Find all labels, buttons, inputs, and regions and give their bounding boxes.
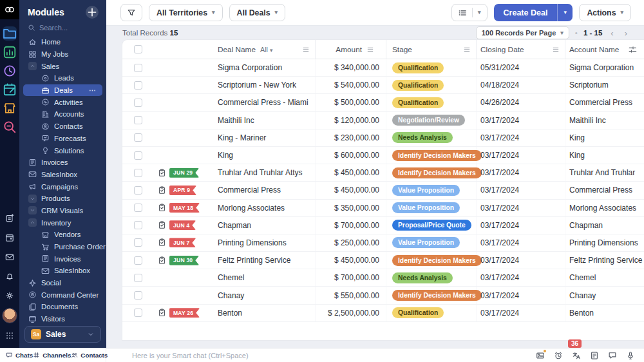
table-row[interactable]: King - Mariner$ 230,000.00Needs Analysis… <box>122 129 644 147</box>
translate-icon[interactable] <box>572 351 581 360</box>
folder-icon[interactable] <box>3 26 17 41</box>
row-checkbox[interactable] <box>134 274 142 282</box>
notifications-bell-icon[interactable] <box>3 269 17 283</box>
sidebar-item-sales[interactable]: Sales <box>19 60 106 72</box>
row-checkbox[interactable] <box>134 309 142 317</box>
deal-view-dropdown[interactable]: All Deals▾ <box>229 4 285 21</box>
table-row[interactable]: JUN 29Truhlar And Truhlar Attys$ 450,000… <box>122 164 644 182</box>
table-row[interactable]: King$ 600,000.00Identify Decision Makers… <box>122 147 644 164</box>
row-checkbox[interactable] <box>134 151 142 160</box>
column-menu-icon[interactable] <box>366 46 374 53</box>
table-row[interactable]: Chanay$ 550,000.00Identify Decision Make… <box>122 287 644 304</box>
sidebar-item-inventory[interactable]: Inventory <box>19 216 106 229</box>
create-deal-button[interactable]: Create Deal <box>494 4 558 21</box>
row-checkbox[interactable] <box>134 169 142 177</box>
table-row[interactable]: Sigma Corporation$ 340,000.00Qualificati… <box>122 59 644 77</box>
note-icon[interactable] <box>590 351 599 360</box>
sidebar-item-home[interactable]: Home <box>19 36 106 48</box>
deal-name-filter[interactable]: All ▾ <box>260 46 273 53</box>
row-checkbox[interactable] <box>134 133 142 142</box>
sidebar-item-crm-visuals[interactable]: CRM Visuals <box>19 205 106 217</box>
sidebar-item-accounts[interactable]: Accounts <box>19 108 106 120</box>
sidebar-item-documents[interactable]: Documents <box>19 301 106 313</box>
row-checkbox[interactable] <box>134 204 142 212</box>
table-row[interactable]: JUN 4Chapman$ 700,000.00Proposal/Price Q… <box>122 217 644 234</box>
workspace-selector[interactable]: Sa Sales <box>24 326 101 343</box>
sidebar-item-invoices[interactable]: Invoices <box>19 157 106 169</box>
sidebar-item-social[interactable]: Social <box>19 277 106 289</box>
marketplace-icon[interactable] <box>3 101 17 115</box>
column-menu-icon[interactable] <box>463 46 471 53</box>
column-menu-icon[interactable] <box>302 46 310 53</box>
table-row[interactable]: Scriptorium - New York$ 540,000.00Qualif… <box>122 77 644 94</box>
row-checkbox[interactable] <box>134 186 142 195</box>
row-checkbox[interactable] <box>134 256 142 265</box>
table-row[interactable]: Maithili Inc$ 120,000.00Negotiation/Revi… <box>122 112 644 129</box>
row-checkbox[interactable] <box>134 81 142 90</box>
sidebar-item-command-center[interactable]: Command Center <box>19 289 106 301</box>
notification-count-badge[interactable]: 36 <box>568 339 582 348</box>
history-clock-icon[interactable] <box>3 64 17 78</box>
table-row[interactable]: Commercial Press - Miami$ 500,000.00Qual… <box>122 94 644 111</box>
sidebar-item-salesinbox[interactable]: SalesInbox <box>19 169 106 181</box>
table-row[interactable]: JUN 7Printing Dimensions$ 250,000.00Valu… <box>122 234 644 252</box>
filter-button[interactable] <box>120 4 142 21</box>
row-checkbox[interactable] <box>134 64 142 72</box>
user-avatar[interactable] <box>2 308 17 323</box>
select-all-checkbox[interactable] <box>134 45 142 53</box>
sidebar-item-forecasts[interactable]: Forecasts <box>19 133 106 145</box>
sidebar-item-campaigns[interactable]: Campaigns <box>19 180 106 193</box>
sidebar-item-leads[interactable]: Leads <box>19 72 106 84</box>
sidebar-item-solutions[interactable]: Solutions <box>19 144 106 157</box>
row-checkbox[interactable] <box>134 116 142 124</box>
table-row[interactable]: Chemel$ 700,000.00Needs Analysis03/17/20… <box>122 269 644 287</box>
column-menu-icon[interactable] <box>552 46 560 53</box>
mail-icon[interactable] <box>3 250 17 264</box>
sidebar-item-visitors[interactable]: Visitors <box>19 313 106 323</box>
create-deal-dropdown[interactable]: ▾ <box>557 4 573 21</box>
smart-chat-input[interactable]: Here is your Smart chat (Ctrl+Space) <box>106 352 536 359</box>
tab-channels[interactable]: Channels <box>33 352 71 359</box>
table-row[interactable]: APR 9Commercial Press$ 450,000.00Value P… <box>122 182 644 199</box>
next-page-button[interactable]: › <box>622 28 630 38</box>
alarm-icon[interactable] <box>554 351 563 360</box>
tab-chats[interactable]: Chats <box>6 352 33 359</box>
sidebar-item-invoices[interactable]: Invoices <box>19 252 106 265</box>
actions-dropdown[interactable]: Actions▾ <box>579 4 631 21</box>
tab-contacts[interactable]: Contacts <box>71 352 108 359</box>
zia-search-icon[interactable] <box>3 120 17 134</box>
compose-note-icon[interactable] <box>3 211 17 225</box>
row-checkbox[interactable] <box>134 221 142 229</box>
comment-icon[interactable] <box>608 351 617 360</box>
screenshot-image-icon[interactable] <box>536 351 545 360</box>
column-settings-icon[interactable] <box>628 45 637 54</box>
settings-gear-icon[interactable] <box>3 289 17 303</box>
sidebar-item-deals[interactable]: Deals <box>23 84 102 97</box>
sidebar-item-activities[interactable]: Activities <box>19 96 106 108</box>
sidebar-item-vendors[interactable]: Vendors <box>19 229 106 241</box>
row-checkbox[interactable] <box>134 238 142 247</box>
sidebar-item-contacts[interactable]: Contacts <box>19 120 106 133</box>
sidebar-item-purchase-order[interactable]: Purchase Order <box>19 241 106 253</box>
row-checkbox[interactable] <box>134 99 142 107</box>
reports-icon[interactable] <box>3 45 17 59</box>
sidebar-item-products[interactable]: Products <box>19 193 106 205</box>
table-row[interactable]: JUN 30Feltz Printing Service$ 450,000.00… <box>122 252 644 269</box>
calendar-icon[interactable] <box>3 231 17 245</box>
calendar-edit-icon[interactable] <box>3 82 17 97</box>
row-checkbox[interactable] <box>134 291 142 300</box>
sidebar-item-salesinbox[interactable]: SalesInbox <box>19 265 106 277</box>
table-row[interactable]: MAY 18Morlong Associates$ 350,000.00Valu… <box>122 200 644 217</box>
mic-icon[interactable] <box>626 351 635 360</box>
more-options-icon[interactable] <box>88 86 97 95</box>
previous-page-button[interactable]: ‹ <box>608 28 616 38</box>
list-view-selector[interactable]: ▾ <box>451 4 488 21</box>
sidebar-item-my-jobs[interactable]: My Jobs <box>19 48 106 61</box>
module-search-input[interactable]: Search... <box>19 22 106 35</box>
zoho-logo[interactable] <box>0 0 19 19</box>
territory-filter-dropdown[interactable]: All Territories▾ <box>149 4 223 21</box>
apps-grid-icon[interactable] <box>3 329 17 343</box>
table-row[interactable]: MAY 26Benton$ 2,500,000.00Qualification0… <box>122 305 644 322</box>
add-module-button[interactable] <box>86 6 99 19</box>
records-per-page-dropdown[interactable]: 100 Records Per Page▾ <box>476 26 569 39</box>
